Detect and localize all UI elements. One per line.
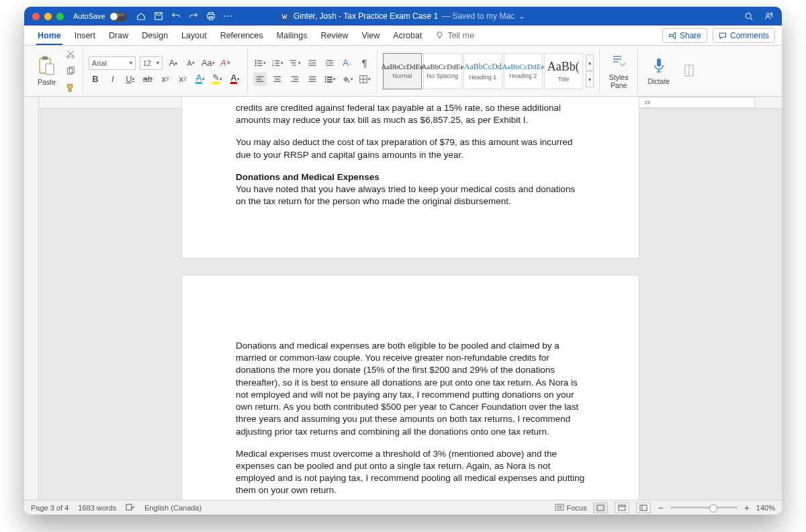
highlight-button[interactable]: ✎▾ — [211, 73, 224, 86]
styles-scroll-down[interactable]: ▾ — [586, 71, 594, 87]
dictate-group: Dictate — [638, 48, 706, 93]
superscript-button[interactable]: x2 — [176, 73, 189, 86]
style-heading-2[interactable]: AaBbCcDdEeHeading 2 — [504, 53, 543, 89]
font-family-select[interactable]: Arial▾ — [89, 56, 136, 70]
autosave-toggle[interactable]: AutoSave OFF — [73, 12, 127, 21]
clear-format-button[interactable]: A✕ — [219, 56, 232, 70]
save-icon[interactable] — [154, 11, 163, 21]
tab-insert[interactable]: Insert — [68, 26, 102, 45]
search-icon[interactable] — [744, 11, 754, 21]
font-color-button[interactable]: A▾ — [228, 73, 242, 86]
page-3[interactable]: credits are credited against federal tax… — [182, 97, 639, 258]
tab-home[interactable]: Home — [31, 26, 68, 45]
more-icon[interactable]: ⋯ — [224, 11, 233, 21]
style-heading-1[interactable]: AaBbCcDdHeading 1 — [463, 53, 502, 89]
body-text[interactable]: You have noted that you have always trie… — [236, 183, 585, 208]
multilevel-list-button[interactable]: ▾ — [288, 56, 302, 70]
language-indicator[interactable]: English (Canada) — [144, 504, 202, 512]
comments-button[interactable]: Comments — [713, 28, 775, 43]
focus-mode-button[interactable]: Focus — [555, 504, 587, 512]
zoom-level[interactable]: 140% — [756, 504, 775, 512]
document-scroll-area[interactable]: credits are credited against federal tax… — [39, 97, 782, 500]
bold-button[interactable]: B — [89, 73, 102, 86]
svg-rect-43 — [294, 79, 298, 79]
sensitivity-button[interactable] — [678, 60, 701, 82]
subscript-button[interactable]: x2 — [159, 73, 172, 86]
shading-button[interactable]: ▾ — [341, 73, 354, 86]
word-count[interactable]: 1683 words — [78, 504, 116, 512]
share-button[interactable]: Share — [662, 28, 707, 43]
tab-review[interactable]: Review — [314, 26, 355, 45]
font-size-select[interactable]: 12▾ — [140, 56, 163, 70]
web-layout-view-button[interactable] — [636, 502, 651, 513]
cut-button[interactable] — [64, 48, 77, 61]
zoom-in-button[interactable]: + — [744, 502, 750, 513]
body-text[interactable]: Donations and medical expenses are both … — [236, 340, 585, 438]
vertical-ruler[interactable] — [24, 97, 39, 500]
undo-icon[interactable] — [171, 11, 181, 21]
tell-me-field[interactable]: Tell me — [435, 31, 474, 40]
spell-check-icon[interactable] — [126, 504, 135, 512]
line-spacing-button[interactable]: ▾ — [323, 73, 337, 86]
svg-point-15 — [255, 60, 256, 61]
zoom-slider[interactable] — [670, 506, 737, 508]
home-icon[interactable] — [136, 11, 146, 21]
decrease-indent-button[interactable] — [306, 56, 319, 70]
paragraph-group: ▾ 123▾ ▾ A↓ ¶ ▾ ▾ ▾ — [248, 48, 377, 93]
borders-button[interactable]: ▾ — [358, 73, 371, 86]
autosave-switch[interactable]: OFF — [109, 12, 127, 21]
text-effects-button[interactable]: A▾ — [193, 73, 207, 86]
print-icon[interactable] — [206, 11, 216, 21]
close-window-button[interactable] — [32, 13, 40, 20]
zoom-out-button[interactable]: − — [658, 502, 663, 513]
tab-layout[interactable]: Layout — [175, 26, 214, 45]
align-left-button[interactable] — [253, 73, 267, 86]
style-normal[interactable]: AaBbCcDdEeNormal — [383, 53, 422, 89]
quick-access-toolbar: ⋯ — [136, 11, 233, 21]
dictate-button[interactable]: Dictate — [643, 55, 674, 87]
section-heading[interactable]: Donations and Medical Expenses — [236, 171, 585, 183]
body-text[interactable]: You may also deduct the cost of tax prep… — [236, 136, 585, 161]
numbering-button[interactable]: 123▾ — [271, 56, 284, 70]
minimize-window-button[interactable] — [44, 13, 52, 20]
italic-button[interactable]: I — [106, 73, 120, 86]
decrease-font-button[interactable]: A▾ — [184, 56, 197, 70]
styles-scroll-up[interactable]: ▴ — [586, 54, 594, 71]
share-people-icon[interactable] — [764, 11, 774, 21]
bullets-button[interactable]: ▾ — [253, 56, 267, 70]
read-mode-view-button[interactable] — [615, 502, 629, 513]
tab-references[interactable]: References — [214, 26, 270, 45]
change-case-button[interactable]: Aa▾ — [202, 56, 215, 70]
align-center-button[interactable] — [271, 73, 284, 86]
style-no-spacing[interactable]: AaBbCcDdEeNo Spacing — [423, 53, 462, 89]
underline-button[interactable]: U▾ — [124, 73, 137, 86]
increase-indent-button[interactable] — [323, 56, 337, 70]
body-text[interactable]: credits are credited against federal tax… — [236, 102, 585, 126]
align-justify-button[interactable] — [306, 73, 319, 86]
increase-font-button[interactable]: A▴ — [167, 56, 180, 70]
redo-icon[interactable] — [189, 11, 198, 21]
page-4[interactable]: Donations and medical expenses are both … — [182, 275, 639, 500]
tab-design[interactable]: Design — [135, 26, 175, 45]
format-painter-button[interactable] — [64, 81, 77, 95]
strikethrough-button[interactable]: ab — [141, 73, 154, 86]
paste-button[interactable]: Paste — [34, 54, 60, 87]
align-right-button[interactable] — [288, 73, 302, 86]
svg-rect-27 — [290, 60, 296, 60]
title-chevron-icon[interactable]: ⌄ — [519, 11, 525, 21]
tab-mailings[interactable]: Mailings — [270, 26, 314, 45]
svg-rect-53 — [657, 58, 661, 66]
styles-pane-button[interactable]: Styles Pane — [605, 51, 633, 91]
tab-draw[interactable]: Draw — [102, 26, 135, 45]
print-layout-view-button[interactable] — [593, 502, 608, 513]
show-marks-button[interactable]: ¶ — [358, 56, 371, 70]
style-title[interactable]: AaBb(Title — [544, 53, 583, 89]
sort-button[interactable]: A↓ — [341, 56, 354, 70]
tab-view[interactable]: View — [355, 26, 386, 45]
svg-rect-38 — [257, 81, 264, 81]
page-indicator[interactable]: Page 3 of 4 — [31, 504, 69, 512]
copy-button[interactable] — [64, 64, 77, 78]
body-text[interactable]: Medical expenses must overcome a thresho… — [236, 448, 585, 497]
maximize-window-button[interactable] — [56, 13, 64, 20]
tab-acrobat[interactable]: Acrobat — [386, 26, 429, 45]
